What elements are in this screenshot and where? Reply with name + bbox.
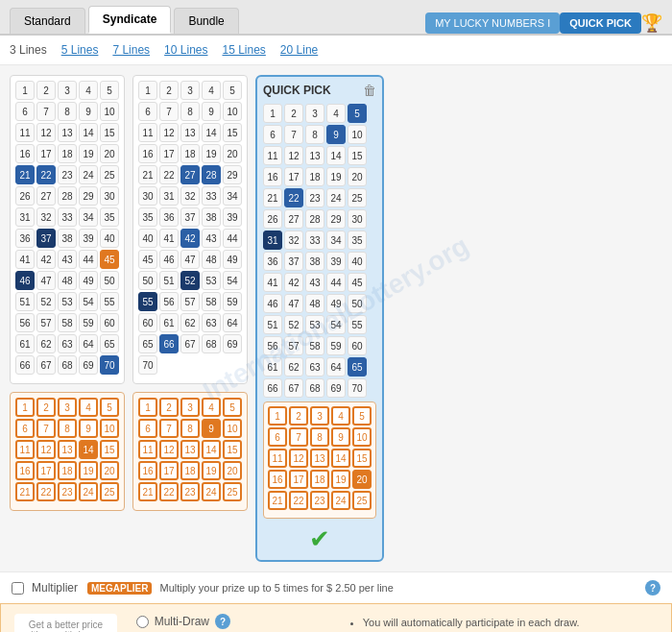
n32[interactable]: 32 — [36, 207, 56, 227]
tab-syndicate[interactable]: Syndicate — [88, 6, 172, 34]
options-left-text: Get a better price with a multi-draw or … — [14, 614, 117, 632]
n13[interactable]: 13 — [58, 123, 77, 142]
n27[interactable]: 27 — [36, 186, 56, 206]
n19[interactable]: 19 — [79, 144, 98, 163]
n56[interactable]: 56 — [15, 313, 35, 332]
trophy-icon: 🏆 — [641, 12, 662, 34]
trash-button[interactable]: 🗑 — [363, 83, 376, 98]
n33[interactable]: 33 — [58, 207, 77, 227]
quick-pick-panel: QUICK PICK 🗑 1 2 3 4 5 6 7 8 9 10 11 12 — [255, 75, 384, 562]
n64[interactable]: 64 — [79, 334, 98, 353]
n28[interactable]: 28 — [58, 186, 77, 206]
multi-draw-help-icon[interactable]: ? — [215, 614, 230, 629]
n22[interactable]: 22 — [36, 165, 56, 184]
n54[interactable]: 54 — [79, 292, 98, 311]
n60[interactable]: 60 — [100, 313, 119, 332]
n3[interactable]: 3 — [58, 81, 77, 100]
orange-grid-col1: 1 2 3 4 5 6 7 8 9 10 11 12 13 14 15 16 1 — [10, 392, 125, 511]
n66[interactable]: 66 — [15, 355, 35, 375]
n49[interactable]: 49 — [79, 271, 98, 290]
n45[interactable]: 45 — [100, 250, 119, 269]
n42[interactable]: 42 — [36, 250, 56, 269]
n39[interactable]: 39 — [79, 229, 98, 248]
n70[interactable]: 70 — [100, 355, 119, 375]
quick-pick-title: QUICK PICK — [263, 84, 331, 97]
n2[interactable]: 2 — [36, 81, 56, 100]
n15[interactable]: 15 — [100, 123, 119, 142]
n52[interactable]: 52 — [36, 292, 56, 311]
multiplier-help-icon[interactable]: ? — [645, 580, 660, 596]
n6[interactable]: 6 — [15, 102, 35, 121]
n67[interactable]: 67 — [36, 355, 56, 375]
options-right: You will automatically participate in ea… — [349, 614, 616, 632]
n23[interactable]: 23 — [58, 165, 77, 184]
n55[interactable]: 55 — [100, 292, 119, 311]
n62[interactable]: 62 — [36, 334, 56, 353]
n14[interactable]: 14 — [79, 123, 98, 142]
multiplier-label: Multiplier — [32, 581, 78, 595]
multi-draw-label: Multi-Draw — [155, 615, 209, 628]
n21[interactable]: 21 — [15, 165, 35, 184]
lines-15[interactable]: 15 Lines — [222, 43, 265, 57]
n65[interactable]: 65 — [100, 334, 119, 353]
lucky-numbers-button[interactable]: MY LUCKY NUMBERS I — [425, 12, 560, 34]
n43[interactable]: 43 — [58, 250, 77, 269]
n38[interactable]: 38 — [58, 229, 77, 248]
n57[interactable]: 57 — [36, 313, 56, 332]
n8[interactable]: 8 — [58, 102, 77, 121]
n4[interactable]: 4 — [79, 81, 98, 100]
n51[interactable]: 51 — [15, 292, 35, 311]
n12[interactable]: 12 — [36, 123, 56, 142]
n9[interactable]: 9 — [79, 102, 98, 121]
n7[interactable]: 7 — [36, 102, 56, 121]
n50[interactable]: 50 — [100, 271, 119, 290]
n25[interactable]: 25 — [100, 165, 119, 184]
n10[interactable]: 10 — [100, 102, 119, 121]
n5[interactable]: 5 — [100, 81, 119, 100]
options-row: Get a better price with a multi-draw or … — [0, 603, 672, 632]
lines-20[interactable]: 20 Line — [280, 43, 318, 57]
multiplier-row: Multiplier MEGAPLIER Multiply your prize… — [0, 571, 672, 603]
n11[interactable]: 11 — [15, 123, 35, 142]
quick-pick-button[interactable]: QUICK PICK — [560, 12, 641, 34]
checkmark-icon: ✔ — [309, 524, 330, 553]
n44[interactable]: 44 — [79, 250, 98, 269]
n20[interactable]: 20 — [100, 144, 119, 163]
lines-7[interactable]: 7 Lines — [112, 43, 150, 57]
tab-bundle[interactable]: Bundle — [174, 8, 238, 34]
n40[interactable]: 40 — [100, 229, 119, 248]
n68[interactable]: 68 — [58, 355, 77, 375]
n16[interactable]: 16 — [15, 144, 35, 163]
n48[interactable]: 48 — [58, 271, 77, 290]
n59[interactable]: 59 — [79, 313, 98, 332]
lines-10[interactable]: 10 Lines — [164, 43, 207, 57]
n47[interactable]: 47 — [36, 271, 56, 290]
n35[interactable]: 35 — [100, 207, 119, 227]
grid-col2-blue: 1 2 3 4 5 6 7 8 9 10 11 12 13 14 15 16 1 — [132, 75, 248, 384]
orange-grid-col2: 1 2 3 4 5 6 7 8 9 10 11 12 13 14 15 16 1 — [132, 392, 248, 511]
megaplier-badge: MEGAPLIER — [87, 582, 152, 595]
n17[interactable]: 17 — [36, 144, 56, 163]
n53[interactable]: 53 — [58, 292, 77, 311]
n58[interactable]: 58 — [58, 313, 77, 332]
n18[interactable]: 18 — [58, 144, 77, 163]
n63[interactable]: 63 — [58, 334, 77, 353]
n34[interactable]: 34 — [79, 207, 98, 227]
n46[interactable]: 46 — [15, 271, 35, 290]
n41[interactable]: 41 — [15, 250, 35, 269]
lines-5[interactable]: 5 Lines — [61, 43, 99, 57]
options-center: Multi-Draw ? Subscription ? 10 Draws (20… — [136, 614, 330, 632]
n1[interactable]: 1 — [15, 81, 35, 100]
n31[interactable]: 31 — [15, 207, 35, 227]
tab-standard[interactable]: Standard — [10, 8, 85, 34]
multiplier-checkbox[interactable] — [12, 582, 24, 595]
n30[interactable]: 30 — [100, 186, 119, 206]
n69[interactable]: 69 — [79, 355, 98, 375]
n24[interactable]: 24 — [79, 165, 98, 184]
n29[interactable]: 29 — [79, 186, 98, 206]
n61[interactable]: 61 — [15, 334, 35, 353]
n36[interactable]: 36 — [15, 229, 35, 248]
n26[interactable]: 26 — [15, 186, 35, 206]
n37[interactable]: 37 — [36, 229, 56, 248]
multi-draw-radio[interactable] — [136, 616, 149, 628]
